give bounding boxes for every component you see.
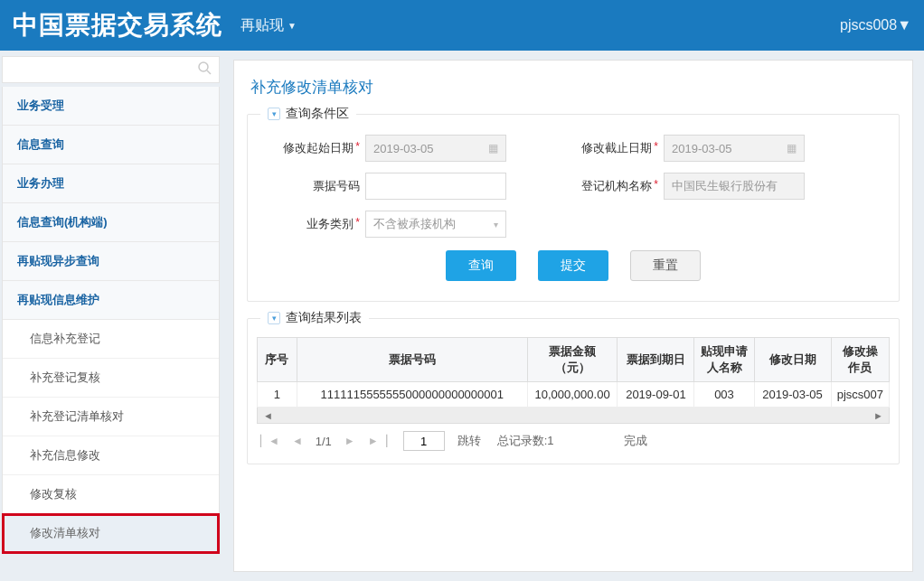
pager-total: 总记录数:1: [497, 433, 554, 449]
label-org-name: 登记机构名称*: [561, 178, 658, 194]
sidebar-sub-modify-review[interactable]: 修改复核: [3, 475, 219, 514]
pager-status: 完成: [624, 433, 647, 449]
input-org-name: 中国民生银行股份有: [664, 173, 805, 200]
page-title: 补充修改清单核对: [250, 77, 900, 98]
col-amount: 票据金额（元）: [527, 338, 618, 382]
calendar-icon: ▦: [488, 142, 498, 155]
cell-amount: 10,000,000.00: [527, 382, 618, 408]
value-biz-type: 不含被承接机构: [373, 216, 456, 232]
pager-last-icon[interactable]: ►▕: [368, 435, 387, 447]
field-bill-no: 票据号码: [262, 173, 506, 200]
table-header-row: 序号 票据号码 票据金额（元） 票据到期日 贴现申请人名称 修改日期 修改操作员: [258, 338, 890, 382]
submit-button[interactable]: 提交: [538, 250, 608, 281]
search-fieldset: ▾ 查询条件区 修改起始日期* 2019-03-05 ▦ 修改截止日期*: [247, 114, 900, 302]
sidebar-nav: 业务受理 信息查询 业务办理 信息查询(机构端) 再贴现异步查询 再贴现信息维护…: [2, 87, 220, 554]
result-fieldset: ▾ 查询结果列表 序号 票据号码 票据金额（元） 票据到期日 贴现申请人名称 修…: [247, 318, 900, 464]
horizontal-scrollbar[interactable]: ◄ ►: [257, 408, 890, 424]
col-bill-no: 票据号码: [297, 338, 527, 382]
sidebar-sub-modify-check[interactable]: 修改清单核对: [3, 514, 219, 553]
search-legend: ▾ 查询条件区: [260, 106, 356, 122]
sidebar-search-input[interactable]: [3, 63, 197, 77]
pager: ▏◄ ◄ 1/1 ► ►▕ 跳转 总记录数:1: [257, 424, 890, 451]
search-button[interactable]: 查询: [446, 250, 516, 281]
chevron-down-icon[interactable]: ▾: [268, 312, 280, 324]
cell-operator: pjscs007: [831, 382, 889, 408]
sidebar-item-async-query[interactable]: 再贴现异步查询: [3, 242, 219, 281]
value-org-name: 中国民生银行股份有: [672, 178, 778, 194]
sidebar: 业务受理 信息查询 业务办理 信息查询(机构端) 再贴现异步查询 再贴现信息维护…: [0, 51, 224, 581]
value-start-date: 2019-03-05: [373, 142, 434, 155]
label-start-date: 修改起始日期*: [262, 140, 360, 156]
chevron-down-icon[interactable]: ▾: [268, 108, 280, 120]
app-title: 中国票据交易系统: [13, 8, 222, 42]
input-end-date[interactable]: 2019-03-05 ▦: [664, 135, 805, 162]
sidebar-search[interactable]: [2, 56, 220, 83]
sidebar-item-biz-handle[interactable]: 业务办理: [3, 164, 219, 203]
field-start-date: 修改起始日期* 2019-03-05 ▦: [262, 135, 506, 162]
search-legend-text: 查询条件区: [286, 106, 349, 122]
cell-seq: 1: [258, 382, 297, 408]
result-legend: ▾ 查询结果列表: [260, 310, 369, 326]
result-table: 序号 票据号码 票据金额（元） 票据到期日 贴现申请人名称 修改日期 修改操作员: [257, 337, 890, 408]
scroll-right-icon[interactable]: ►: [873, 410, 883, 421]
field-end-date: 修改截止日期* 2019-03-05 ▦: [561, 135, 805, 162]
pager-page-input[interactable]: [403, 431, 445, 451]
value-end-date: 2019-03-05: [672, 142, 732, 155]
button-bar: 查询 提交 重置: [262, 250, 884, 281]
topbar-user-label: pjscs008: [840, 17, 897, 33]
caret-down-icon: ▼: [897, 17, 911, 33]
topbar-menu-rediscount[interactable]: 再贴现 ▼: [240, 16, 297, 35]
cell-applicant: 003: [694, 382, 754, 408]
caret-down-icon: ▼: [288, 21, 297, 31]
pager-page-text: 1/1: [316, 435, 332, 448]
sidebar-sub-supplement-check[interactable]: 补充登记清单核对: [3, 398, 219, 436]
cell-bill-no: 1111115555555000000000000001: [297, 382, 527, 408]
input-start-date[interactable]: 2019-03-05 ▦: [365, 135, 506, 162]
label-biz-type: 业务类别*: [262, 216, 360, 232]
table-row[interactable]: 1 1111115555555000000000000001 10,000,00…: [258, 382, 890, 408]
col-seq: 序号: [258, 338, 297, 382]
col-mod-date: 修改日期: [754, 338, 831, 382]
sidebar-item-info-query-org[interactable]: 信息查询(机构端): [3, 203, 219, 242]
scroll-left-icon[interactable]: ◄: [263, 410, 273, 421]
cell-due: 2019-09-01: [618, 382, 694, 408]
cell-mod-date: 2019-03-05: [754, 382, 831, 408]
svg-point-0: [199, 62, 208, 71]
sidebar-sub-supplement-register[interactable]: 信息补充登记: [3, 320, 219, 359]
pager-prev-icon[interactable]: ◄: [292, 435, 303, 447]
label-end-date: 修改截止日期*: [561, 140, 658, 156]
pager-first-icon[interactable]: ▏◄: [260, 435, 279, 447]
result-legend-text: 查询结果列表: [286, 310, 362, 326]
chevron-down-icon: ▾: [494, 220, 498, 230]
input-bill-no[interactable]: [365, 173, 506, 200]
topbar-user[interactable]: pjscs008 ▼: [840, 17, 911, 33]
svg-line-1: [207, 70, 211, 74]
field-org-name: 登记机构名称* 中国民生银行股份有: [561, 173, 805, 200]
topbar: 中国票据交易系统 再贴现 ▼ pjscs008 ▼: [0, 0, 924, 51]
col-applicant: 贴现申请人名称: [694, 338, 754, 382]
field-biz-type: 业务类别* 不含被承接机构 ▾: [262, 211, 506, 238]
col-operator: 修改操作员: [831, 338, 889, 382]
col-due: 票据到期日: [618, 338, 694, 382]
sidebar-sub-supplement-modify[interactable]: 补充信息修改: [3, 436, 219, 475]
topbar-menu-label: 再贴现: [240, 16, 284, 35]
calendar-icon: ▦: [787, 142, 797, 155]
content-area: 补充修改清单核对 ▾ 查询条件区 修改起始日期* 2019-03-05 ▦: [224, 51, 924, 581]
pager-jump[interactable]: 跳转: [457, 433, 481, 449]
select-biz-type[interactable]: 不含被承接机构 ▾: [365, 211, 506, 238]
reset-button[interactable]: 重置: [630, 250, 701, 281]
search-icon: [197, 61, 212, 79]
sidebar-sub-supplement-review[interactable]: 补充登记复核: [3, 359, 219, 398]
main-panel: 补充修改清单核对 ▾ 查询条件区 修改起始日期* 2019-03-05 ▦: [233, 60, 913, 572]
label-bill-no: 票据号码: [262, 178, 360, 194]
pager-next-icon[interactable]: ►: [344, 435, 355, 447]
sidebar-item-biz-accept[interactable]: 业务受理: [3, 87, 219, 126]
sidebar-item-info-query[interactable]: 信息查询: [3, 126, 219, 164]
sidebar-item-info-maintain[interactable]: 再贴现信息维护: [3, 281, 219, 320]
